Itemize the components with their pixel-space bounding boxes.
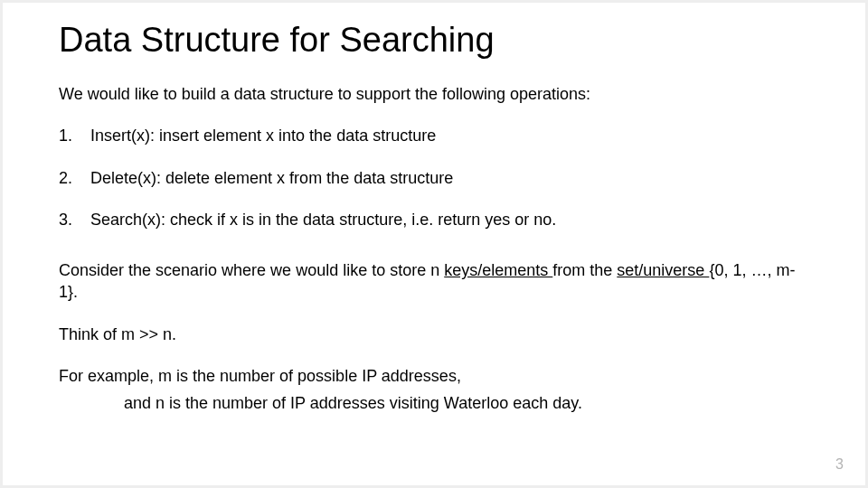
list-number: 3. xyxy=(59,209,77,230)
underlined-text: set/universe xyxy=(617,261,709,279)
list-number: 1. xyxy=(59,125,77,146)
slide-body: We would like to build a data structure … xyxy=(59,83,809,415)
list-item: 3. Search(x): check if x is in the data … xyxy=(59,209,809,230)
underlined-text: keys/elements xyxy=(444,261,552,279)
example-line-1: For example, m is the number of possible… xyxy=(59,365,809,387)
intro-text: We would like to build a data structure … xyxy=(59,83,809,105)
think-text: Think of m >> n. xyxy=(59,324,809,345)
slide-title: Data Structure for Searching xyxy=(59,21,809,60)
slide: Data Structure for Searching We would li… xyxy=(3,3,865,485)
text-fragment: from the xyxy=(552,261,617,279)
list-number: 2. xyxy=(59,167,77,189)
scenario-text: Consider the scenario where we would lik… xyxy=(59,259,809,304)
list-item: 2. Delete(x): delete element x from the … xyxy=(59,167,809,189)
example-line-2: and n is the number of IP addresses visi… xyxy=(59,392,809,414)
list-text: Search(x): check if x is in the data str… xyxy=(90,211,556,229)
page-number: 3 xyxy=(835,456,844,473)
text-fragment: Consider the scenario where we would lik… xyxy=(59,261,444,279)
list-text: Insert(x): insert element x into the dat… xyxy=(90,127,436,145)
list-item: 1. Insert(x): insert element x into the … xyxy=(59,125,809,146)
operations-list: 1. Insert(x): insert element x into the … xyxy=(59,125,809,230)
list-text: Delete(x): delete element x from the dat… xyxy=(90,169,453,187)
